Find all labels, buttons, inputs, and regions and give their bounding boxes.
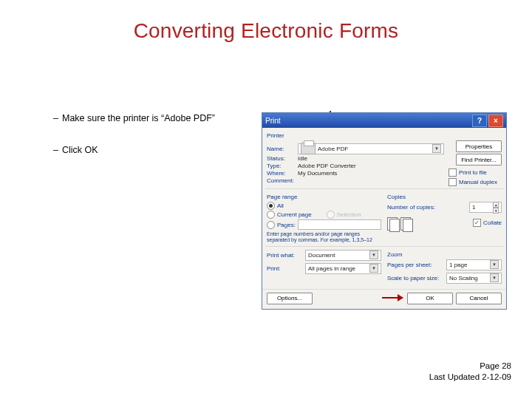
pps-select[interactable]: 1 page▼ — [446, 259, 502, 270]
status-value: Idle — [298, 155, 307, 162]
slide: Converting Electronic Forms – Make sure … — [0, 0, 532, 399]
print-to-file-checkbox[interactable] — [449, 168, 457, 177]
type-label: Type: — [267, 163, 298, 169]
radio-current[interactable] — [267, 211, 275, 219]
pages-hint: Enter page numbers and/or page ranges se… — [267, 231, 381, 244]
manual-duplex-checkbox[interactable] — [449, 178, 457, 186]
printer-icon — [301, 143, 316, 154]
chevron-down-icon: ▼ — [490, 273, 499, 282]
bullet-item: – Click OK — [53, 144, 245, 157]
num-copies-input[interactable]: 1 ▴▾ — [469, 202, 502, 213]
find-printer-button[interactable]: Find Printer... — [456, 154, 502, 166]
type-value: Adobe PDF Converter — [298, 163, 356, 169]
options-button[interactable]: Options... — [267, 293, 313, 304]
radio-selection — [327, 211, 335, 219]
bullet-dash: – — [53, 144, 62, 157]
all-label: All — [277, 202, 284, 209]
section-printer: Printer — [267, 132, 502, 139]
pps-label: Pages per sheet: — [387, 262, 446, 268]
where-value: My Documents — [298, 170, 337, 177]
page-title: Converting Electronic Forms — [0, 0, 532, 43]
radio-pages[interactable] — [267, 221, 275, 229]
titlebar: Print ? × — [262, 113, 506, 128]
num-copies-label: Number of copies: — [387, 204, 435, 211]
section-page-range: Page range — [267, 194, 381, 200]
current-label: Current page — [277, 211, 312, 218]
bullet-list: – Make sure the printer is “Adobe PDF” –… — [53, 112, 245, 176]
bullet-item: – Make sure the printer is “Adobe PDF” — [53, 112, 245, 125]
slide-footer: Page 28 Last Updated 2-12-09 — [429, 361, 511, 383]
name-label: Name: — [267, 146, 298, 152]
num-copies-value: 1 — [472, 204, 475, 211]
print-to-file-label: Print to file — [459, 169, 487, 176]
printer-name-value: Adobe PDF — [318, 146, 348, 152]
scale-select[interactable]: No Scaling▼ — [446, 273, 502, 284]
print-what-select[interactable]: Document▼ — [305, 250, 381, 261]
collate-preview — [387, 217, 412, 231]
printer-name-select[interactable]: Adobe PDF ▼ — [298, 143, 444, 154]
ok-button[interactable]: OK — [407, 293, 453, 304]
scale-label: Scale to paper size: — [387, 275, 446, 282]
where-label: Where: — [267, 170, 298, 177]
dialog-title: Print — [265, 117, 281, 125]
annotation-arrow-right — [382, 297, 403, 299]
properties-button[interactable]: Properties — [456, 140, 502, 152]
bullet-text: Make sure the printer is “Adobe PDF” — [62, 112, 215, 125]
manual-duplex-label: Manual duplex — [459, 179, 497, 185]
chevron-down-icon: ▼ — [432, 144, 441, 153]
print-dialog: Print ? × Printer Name: Adobe PDF — [262, 112, 507, 310]
cancel-button[interactable]: Cancel — [456, 293, 502, 304]
pages-label: Pages: — [277, 222, 296, 228]
dialog-footer: Options... OK Cancel — [262, 289, 506, 309]
last-updated: Last Updated 2-12-09 — [429, 372, 511, 383]
page-number: Page 28 — [429, 361, 511, 372]
chevron-down-icon: ▼ — [490, 260, 499, 269]
collate-label: Collate — [483, 219, 502, 226]
comment-label: Comment: — [267, 177, 298, 184]
collate-checkbox[interactable] — [473, 219, 481, 227]
help-button[interactable]: ? — [472, 115, 487, 127]
radio-all[interactable] — [267, 202, 275, 210]
print-label: Print: — [267, 265, 305, 272]
print-select[interactable]: All pages in range▼ — [305, 263, 381, 274]
print-what-label: Print what: — [267, 252, 305, 259]
chevron-down-icon: ▼ — [369, 264, 378, 273]
bullet-dash: – — [53, 112, 62, 125]
status-label: Status: — [267, 155, 298, 162]
chevron-down-icon: ▼ — [369, 250, 378, 259]
bullet-text: Click OK — [62, 144, 98, 157]
pages-input[interactable] — [298, 219, 381, 230]
section-copies: Copies — [387, 194, 502, 200]
section-zoom: Zoom — [387, 251, 502, 258]
selection-label: Selection — [337, 211, 361, 218]
close-button[interactable]: × — [488, 115, 503, 127]
